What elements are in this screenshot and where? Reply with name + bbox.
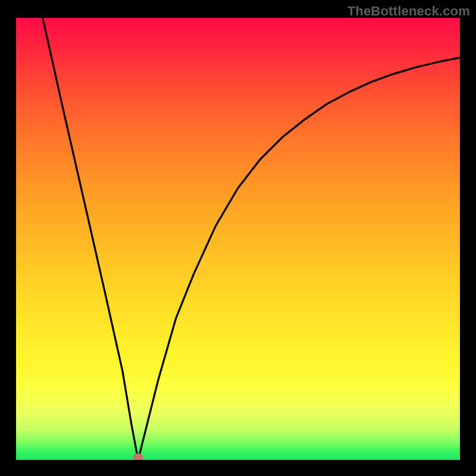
- curve-path: [43, 18, 460, 460]
- plot-area: [16, 18, 460, 460]
- watermark-text: TheBottleneck.com: [347, 4, 470, 19]
- chart-frame: TheBottleneck.com: [0, 0, 476, 476]
- min-marker: [133, 453, 143, 460]
- curve-svg: [16, 18, 460, 460]
